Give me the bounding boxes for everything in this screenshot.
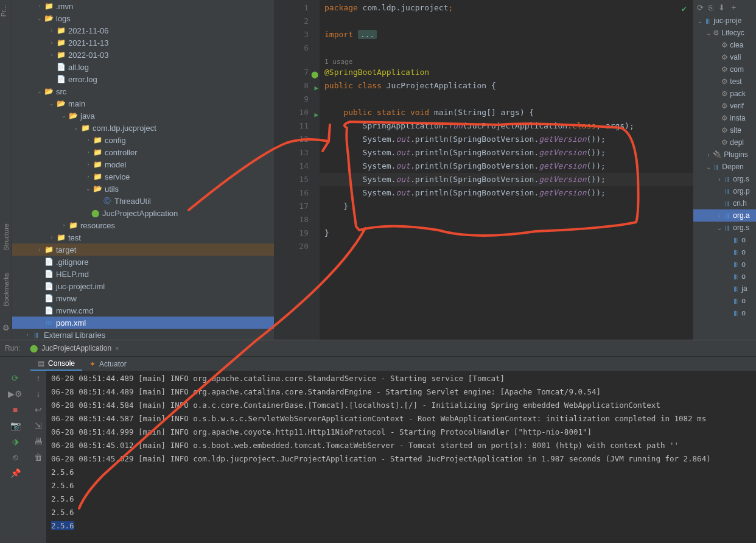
tree-service[interactable]: ›📁service [12, 170, 274, 183]
maven-goal[interactable]: ⚙ verif [693, 100, 756, 112]
tree-date2[interactable]: ›📁2021-11-13 [12, 37, 274, 49]
tree-label: JucProjectApplication [102, 209, 178, 218]
code-body[interactable]: package com.ldp.jucproject; import ... 1… [320, 0, 693, 340]
maven-deps[interactable]: ⌄⫼ Depen [693, 161, 756, 173]
print-icon[interactable]: 🖶 [34, 436, 43, 446]
actuator-tab[interactable]: ✦Actuator [82, 357, 134, 371]
maven-dep[interactable]: ⫼ o [693, 246, 756, 258]
dump-icon[interactable]: 📷 [10, 421, 21, 430]
tree-test[interactable]: ›📁test [12, 231, 274, 243]
maven-dep[interactable]: ›⫼ org.s [693, 173, 756, 185]
tree-iml[interactable]: 📄juc-project.iml [12, 280, 274, 292]
tree-main[interactable]: ⌄📂main [12, 97, 274, 110]
maven-root[interactable]: ⌄⫼ juc-proje [693, 15, 756, 27]
down-icon[interactable]: ↓ [37, 389, 41, 399]
stop-icon[interactable]: ■ [13, 405, 18, 415]
tree-app[interactable]: ⬤JucProjectApplication [12, 207, 274, 219]
maven-dep[interactable]: ⫼ o [693, 270, 756, 282]
tree-label: test [68, 233, 81, 242]
layout-icon[interactable]: ⬗ [12, 436, 19, 446]
wrap-icon[interactable]: ↩ [35, 405, 42, 415]
maven-goal[interactable]: ⚙ vali [693, 51, 756, 63]
tree-errorlog[interactable]: 📄error.log [12, 73, 274, 85]
scroll-icon[interactable]: ⇲ [35, 421, 42, 430]
tree-resources[interactable]: ›📁resources [12, 219, 274, 231]
maven-goal[interactable]: ⚙ com [693, 63, 756, 75]
tree-extlib[interactable]: ›⫼External Libraries [12, 329, 274, 340]
maven-dep[interactable]: ›⫼ org.a [693, 209, 756, 222]
tree-label: logs [56, 14, 71, 23]
up-icon[interactable]: ↑ [37, 373, 41, 383]
tree-mvnwcmd[interactable]: 📄mvnw.cmd [12, 304, 274, 317]
download-icon[interactable]: ⬇ [718, 3, 725, 12]
tree-label: controller [105, 148, 137, 157]
maven-panel[interactable]: ⟳ ⎘ ⬇ ＋ ⌄⫼ juc-proje ⌄⚙ Lifecyc ⚙ clea ⚙… [693, 0, 756, 340]
tree-alllog[interactable]: 📄all.log [12, 61, 274, 73]
tree-java[interactable]: ⌄📂java [12, 110, 274, 122]
tree-model[interactable]: ›📁model [12, 158, 274, 170]
tree-date1[interactable]: ›📁2021-11-06 [12, 24, 274, 37]
tree-gitignore[interactable]: 📄.gitignore [12, 256, 274, 268]
maven-goal[interactable]: ⚙ depl [693, 136, 756, 149]
maven-dep[interactable]: ⫼ cn.h [693, 197, 756, 209]
tree-logs[interactable]: ⌄📂logs [12, 12, 274, 24]
maven-dep[interactable]: ⫼ ja [693, 282, 756, 295]
editor-gutter: 1 2 3 6 7⬤ 8▶ 9 10▶ 11 12 13 14 15 16 17… [274, 0, 320, 340]
tree-label: 2021-11-13 [68, 38, 109, 47]
clear-icon[interactable]: 🗑 [34, 452, 43, 462]
tree-pom[interactable]: mpom.xml [12, 317, 274, 329]
tree-mvnw[interactable]: 📄mvnw [12, 292, 274, 304]
pin-icon[interactable]: 📌 [10, 468, 21, 478]
tree-utils[interactable]: ⌄📂utils [12, 183, 274, 195]
maven-dep[interactable]: ⌄⫼ org.s [693, 222, 756, 234]
console-output[interactable]: 06-28 08:51:44.489 [main] INFO org.apach… [46, 371, 756, 543]
tree-src[interactable]: ⌄📂src [12, 85, 274, 97]
run-config-tab[interactable]: ⬤ JucProjectApplication × [25, 340, 124, 356]
maven-goal[interactable]: ⚙ insta [693, 112, 756, 124]
project-tree[interactable]: ›📁.mvn ⌄📂logs ›📁2021-11-06 ›📁2021-11-13 … [12, 0, 274, 340]
maven-goal[interactable]: ⚙ site [693, 124, 756, 136]
project-tool-label[interactable]: Pr... [0, 0, 7, 22]
tree-date3[interactable]: ›📁2022-01-03 [12, 49, 274, 61]
maven-dep[interactable]: ⫼ o [693, 234, 756, 246]
run-config-icon[interactable]: ▶⚙ [8, 389, 23, 399]
rerun-icon[interactable]: ⟳ [12, 373, 19, 383]
tree-controller[interactable]: ›📁controller [12, 146, 274, 158]
close-icon[interactable]: × [115, 345, 119, 352]
tree-label: resources [80, 221, 115, 230]
add-icon[interactable]: ＋ [730, 2, 738, 13]
code-editor[interactable]: ✔ 1 2 3 6 7⬤ 8▶ 9 10▶ 11 12 13 14 15 16 … [274, 0, 693, 340]
maven-lifecycle[interactable]: ⌄⚙ Lifecyc [693, 27, 756, 39]
bookmarks-tool-label[interactable]: Bookmarks [2, 268, 10, 311]
maven-plugins[interactable]: ›🔌 Plugins [693, 149, 756, 161]
maven-goal[interactable]: ⚙ clea [693, 39, 756, 51]
inspection-ok-icon[interactable]: ✔ [682, 4, 687, 13]
maven-dep[interactable]: ⫼ o [693, 295, 756, 307]
console-tab[interactable]: ▤Console [30, 357, 82, 371]
spring-icon: ⬤ [30, 344, 38, 352]
structure-tool-label[interactable]: Structure [2, 219, 10, 256]
web-tool-icon[interactable]: ⚙ [2, 323, 10, 332]
reload-icon[interactable]: ⟳ [697, 3, 704, 12]
tree-label: error.log [68, 75, 97, 84]
run-side-toolbar: ⟳ ▶⚙ ■ 📷 ⬗ ⎋ 📌 [0, 371, 30, 543]
tree-threadutil[interactable]: ⒸThreadUtil [12, 195, 274, 207]
tree-config[interactable]: ›📁config [12, 134, 274, 146]
console-toolbar: ↑ ↓ ↩ ⇲ 🖶 🗑 [30, 371, 46, 543]
tree-label: src [56, 87, 66, 96]
generate-icon[interactable]: ⎘ [709, 3, 713, 12]
maven-dep[interactable]: ⫼ org.p [693, 185, 756, 197]
tree-label: .gitignore [56, 257, 88, 267]
maven-dep[interactable]: ⫼ o [693, 258, 756, 270]
tree-target[interactable]: ›📁target [12, 243, 274, 256]
tree-help[interactable]: 📄HELP.md [12, 268, 274, 280]
maven-goal[interactable]: ⚙ test [693, 75, 756, 88]
tree-label: External Libraries [44, 331, 105, 340]
exit-icon[interactable]: ⎋ [13, 452, 18, 462]
import-fold[interactable]: ... [358, 30, 377, 39]
maven-goal[interactable]: ⚙ pack [693, 88, 756, 100]
tree-pkg[interactable]: ⌄📁com.ldp.jucproject [12, 122, 274, 134]
tree-mvn[interactable]: ›📁.mvn [12, 0, 274, 12]
usage-hint[interactable]: 1 usage [324, 58, 352, 66]
maven-dep[interactable]: ⫼ o [693, 307, 756, 319]
